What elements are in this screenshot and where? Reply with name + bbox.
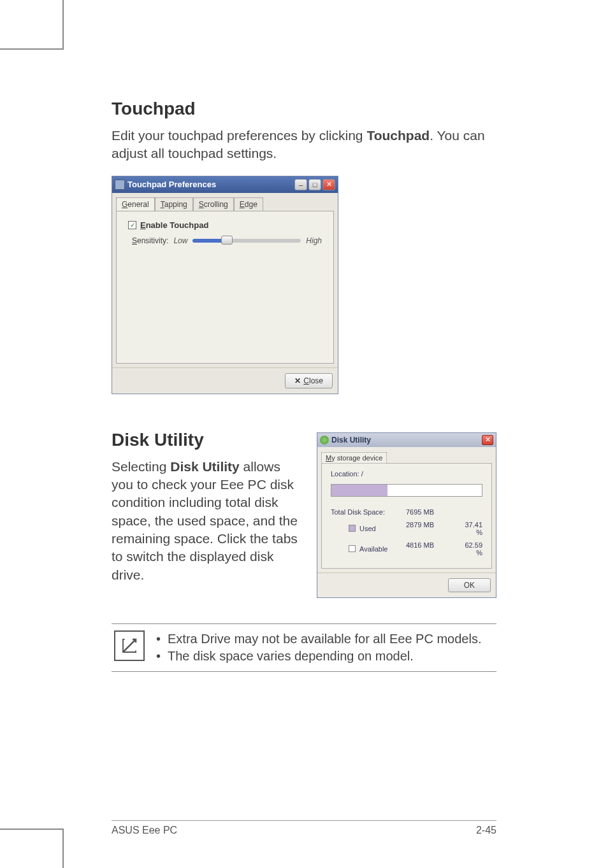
disk-para-pre: Selecting <box>112 459 170 474</box>
disk-para-post: allows you to check your Eee PC disk con… <box>112 459 298 582</box>
tab-tapping[interactable]: Tapping <box>155 197 193 211</box>
crop-mark-bl-h <box>0 829 64 830</box>
window-body: General Tapping Scrolling Edge ✓ Enable … <box>112 193 338 367</box>
touchpad-preferences-window: Touchpad Preferences – □ ✕ General Tappi… <box>112 176 338 394</box>
window-footer: ✕ Close <box>112 367 338 394</box>
note-item-2: The disk space varies depending on model… <box>156 648 481 665</box>
window-controls: – □ ✕ <box>294 179 335 190</box>
du-ok-button[interactable]: OK <box>448 578 491 592</box>
used-swatch-icon <box>349 525 356 532</box>
du-tab-storage[interactable]: My storage device <box>321 452 387 464</box>
du-used-pct: 37.41 % <box>457 521 482 536</box>
footer-left: ASUS Eee PC <box>112 825 177 836</box>
touchpad-heading: Touchpad <box>112 99 496 119</box>
du-used-cell: Used <box>331 521 406 536</box>
du-total-pct <box>457 508 482 516</box>
avail-swatch-icon <box>349 545 356 552</box>
page-footer: ASUS Eee PC 2-45 <box>112 820 496 836</box>
titlebar[interactable]: Touchpad Preferences – □ ✕ <box>112 176 338 193</box>
du-ok-label: OK <box>464 581 475 590</box>
touchpad-para-pre: Edit your touchpad preferences by clicki… <box>112 128 366 143</box>
disk-utility-heading: Disk Utility <box>112 430 304 450</box>
sensitivity-slider[interactable] <box>192 239 301 243</box>
disk-utility-window: Disk Utility ✕ My storage device Locatio… <box>317 432 496 598</box>
disk-utility-paragraph: Selecting Disk Utility allows you to che… <box>112 458 304 584</box>
disk-utility-section: Disk Utility Selecting Disk Utility allo… <box>112 430 496 598</box>
crop-mark-tl-v <box>62 0 64 50</box>
enable-touchpad-checkbox[interactable]: ✓ <box>128 221 136 229</box>
maximize-button[interactable]: □ <box>308 179 321 190</box>
du-row-used: Used 2879 MB 37.41 % <box>331 518 482 539</box>
minimize-button[interactable]: – <box>294 179 307 190</box>
disk-usage-used-segment <box>331 485 387 496</box>
du-row-avail: Available 4816 MB 62.59 % <box>331 539 482 559</box>
sensitivity-label: Sensitivity: <box>132 236 168 245</box>
du-used-label: Used <box>359 525 376 532</box>
window-title: Touchpad Preferences <box>127 180 292 189</box>
du-close-button[interactable]: ✕ <box>482 435 493 445</box>
window-icon <box>115 180 125 190</box>
enable-touchpad-row: ✓ Enable Touchpad <box>128 220 322 230</box>
tab-scrolling[interactable]: Scrolling <box>193 197 234 211</box>
disk-usage-free-segment <box>387 485 482 496</box>
sensitivity-row: Sensitivity: Low High <box>128 236 322 245</box>
tab-edge[interactable]: Edge <box>234 197 263 211</box>
du-used-size: 2879 MB <box>406 521 457 536</box>
du-footer: OK <box>317 573 496 597</box>
close-x-icon: ✕ <box>294 376 301 385</box>
du-avail-pct: 62.59 % <box>457 541 482 557</box>
du-body: My storage device Location: / Total Disk… <box>317 447 496 573</box>
du-avail-size: 4816 MB <box>406 541 457 557</box>
du-avail-cell: Available <box>331 541 406 557</box>
enable-touchpad-label-text: Enable Touchpad <box>140 220 208 230</box>
du-window-icon <box>320 436 329 445</box>
sensitivity-high-label: High <box>306 236 322 245</box>
note-item-1: Extra Drive may not be available for all… <box>156 630 481 648</box>
du-row-total: Total Disk Space: 7695 MB <box>331 506 482 518</box>
disk-para-bold: Disk Utility <box>170 459 240 474</box>
tab-bar: General Tapping Scrolling Edge <box>116 197 334 211</box>
slider-thumb[interactable] <box>221 236 233 245</box>
note-box: Extra Drive may not be available for all… <box>112 623 496 672</box>
du-panel: Location: / Total Disk Space: 7695 MB Us <box>321 463 492 569</box>
disk-utility-text: Disk Utility Selecting Disk Utility allo… <box>112 430 304 597</box>
du-titlebar[interactable]: Disk Utility ✕ <box>317 433 496 447</box>
du-location: Location: / <box>331 470 482 478</box>
disk-usage-bar <box>331 484 482 497</box>
crop-mark-bl-v <box>62 829 64 868</box>
du-avail-label: Available <box>359 545 387 553</box>
close-button[interactable]: ✕ <box>322 179 335 190</box>
du-window-title: Disk Utility <box>331 436 479 445</box>
note-list: Extra Drive may not be available for all… <box>156 630 481 665</box>
touchpad-paragraph: Edit your touchpad preferences by clicki… <box>112 127 496 163</box>
touchpad-para-bold: Touchpad <box>366 128 430 143</box>
close-dialog-button[interactable]: ✕ Close <box>285 373 333 388</box>
tab-general[interactable]: General <box>116 197 155 211</box>
tab-panel-general: ✓ Enable Touchpad Sensitivity: Low High <box>116 211 334 364</box>
du-total-size: 7695 MB <box>406 508 457 516</box>
footer-right: 2-45 <box>476 825 496 836</box>
du-total-label: Total Disk Space: <box>331 508 406 516</box>
page-content: Touchpad Edit your touchpad preferences … <box>0 0 608 672</box>
enable-touchpad-label: Enable Touchpad <box>140 220 208 230</box>
close-button-label: Close <box>303 376 323 385</box>
note-icon <box>114 630 145 661</box>
sensitivity-low-label: Low <box>173 236 187 245</box>
crop-mark-tl-h <box>0 48 64 50</box>
